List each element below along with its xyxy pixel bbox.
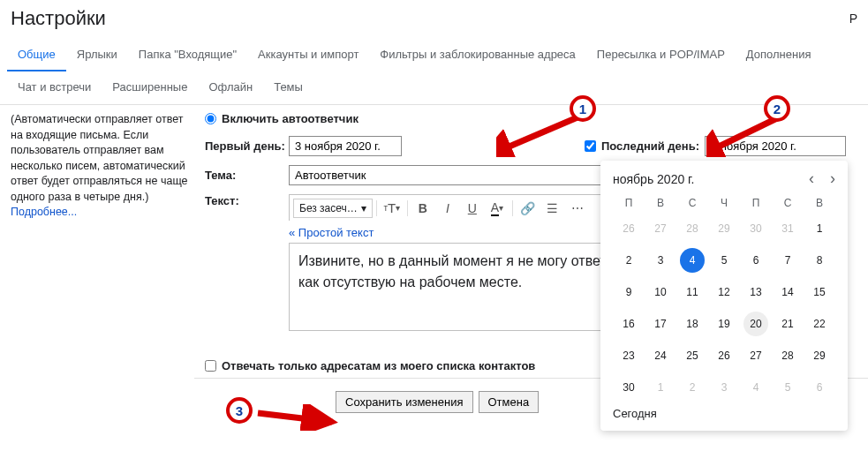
calendar-day[interactable]: 4: [680, 248, 705, 273]
tab-7[interactable]: Чат и встречи: [7, 71, 102, 104]
calendar-day[interactable]: 27: [743, 343, 768, 368]
annotation-arrow-3: [254, 404, 343, 431]
calendar-day[interactable]: 15: [807, 280, 832, 304]
calendar-today-button[interactable]: Сегодня: [613, 407, 835, 420]
annotation-badge-3: 3: [226, 397, 253, 424]
svg-line-1: [715, 117, 779, 148]
cancel-button[interactable]: Отмена: [479, 391, 540, 413]
tab-9[interactable]: Офлайн: [198, 71, 263, 104]
calendar-day[interactable]: 2: [616, 248, 641, 273]
calendar-dow: С: [772, 197, 804, 209]
calendar-day[interactable]: 3: [648, 248, 673, 273]
first-day-input[interactable]: [289, 136, 402, 156]
calendar-dow: Ч: [708, 197, 740, 209]
calendar-day[interactable]: 31: [775, 216, 800, 241]
calendar-day[interactable]: 10: [648, 280, 673, 304]
calendar-day[interactable]: 4: [743, 375, 768, 400]
tab-4[interactable]: Фильтры и заблокированные адреса: [369, 39, 585, 71]
save-button[interactable]: Сохранить изменения: [336, 391, 473, 413]
tab-2[interactable]: Папка "Входящие": [128, 39, 247, 71]
chevron-down-icon: ▾: [499, 203, 503, 213]
calendar-next-button[interactable]: ›: [830, 169, 835, 188]
header-right: P: [849, 11, 857, 26]
calendar-day[interactable]: 22: [807, 312, 832, 336]
tab-1[interactable]: Ярлыки: [66, 39, 128, 71]
font-size-button[interactable]: тT▾: [381, 198, 404, 219]
calendar-day[interactable]: 1: [648, 375, 673, 400]
section-description: (Автоматически отправляет ответ на входя…: [11, 112, 205, 413]
calendar-day[interactable]: 12: [712, 280, 736, 304]
calendar-day[interactable]: 18: [680, 312, 705, 336]
date-picker-popup: ноябрь 2020 г. ‹ › ПВСЧПСВ26272829303112…: [600, 161, 848, 431]
more-formatting-button[interactable]: ⋯: [566, 198, 589, 219]
underline-button[interactable]: U: [461, 198, 484, 219]
annotation-badge-1: 1: [570, 95, 596, 122]
contacts-only-checkbox[interactable]: [205, 360, 216, 372]
calendar-day[interactable]: 30: [616, 375, 641, 400]
svg-line-0: [505, 117, 577, 148]
ordered-list-button[interactable]: ☰: [541, 198, 564, 219]
calendar-day[interactable]: 25: [680, 343, 705, 368]
last-day-label: Последний день:: [601, 139, 699, 153]
subject-label: Тема:: [205, 169, 289, 182]
calendar-day[interactable]: 1: [807, 216, 832, 241]
calendar-day[interactable]: 3: [712, 375, 736, 400]
calendar-day[interactable]: 21: [775, 312, 800, 336]
body-label: Текст:: [205, 194, 289, 207]
calendar-prev-button[interactable]: ‹: [809, 169, 814, 188]
calendar-day[interactable]: 27: [648, 216, 673, 241]
calendar-dow: П: [740, 197, 772, 209]
font-family-select[interactable]: Без засеч…▾: [293, 199, 373, 218]
tab-0[interactable]: Общие: [7, 39, 66, 71]
calendar-day[interactable]: 28: [680, 216, 705, 241]
calendar-day[interactable]: 20: [743, 312, 768, 336]
calendar-day[interactable]: 26: [616, 216, 641, 241]
contacts-only-label: Отвечать только адресатам из моего списк…: [222, 359, 535, 372]
tab-10[interactable]: Темы: [263, 71, 313, 104]
calendar-day[interactable]: 14: [775, 280, 800, 304]
calendar-day[interactable]: 29: [712, 216, 736, 241]
calendar-day[interactable]: 16: [616, 312, 641, 336]
italic-button[interactable]: I: [436, 198, 459, 219]
calendar-day[interactable]: 30: [743, 216, 768, 241]
svg-line-2: [258, 413, 332, 422]
calendar-day[interactable]: 17: [648, 312, 673, 336]
enable-autoresponder-radio[interactable]: [205, 113, 216, 124]
plain-text-link[interactable]: « Простой текст: [289, 226, 374, 239]
learn-more-link[interactable]: Подробнее...: [11, 206, 77, 218]
annotation-arrow-1: [496, 113, 585, 157]
calendar-day[interactable]: 7: [775, 248, 800, 273]
calendar-day[interactable]: 28: [775, 343, 800, 368]
calendar-day[interactable]: 8: [807, 248, 832, 273]
calendar-day[interactable]: 23: [616, 343, 641, 368]
text-color-button[interactable]: A▾: [486, 198, 509, 219]
tab-6[interactable]: Дополнения: [736, 39, 822, 71]
link-button[interactable]: 🔗: [517, 198, 540, 219]
calendar-day[interactable]: 6: [743, 248, 768, 273]
enable-autoresponder-label: Включить автоответчик: [222, 112, 359, 125]
tab-5[interactable]: Пересылка и POP/IMAP: [586, 39, 736, 71]
calendar-day[interactable]: 5: [712, 248, 736, 273]
calendar-day[interactable]: 11: [680, 280, 705, 304]
page-title: Настройки: [11, 7, 106, 30]
chevron-down-icon: ▾: [396, 203, 400, 213]
calendar-day[interactable]: 24: [648, 343, 673, 368]
calendar-day[interactable]: 9: [616, 280, 641, 304]
chevron-down-icon: ▾: [361, 202, 366, 214]
calendar-day[interactable]: 19: [712, 312, 736, 336]
first-day-label: Первый день:: [205, 139, 289, 153]
annotation-badge-2: 2: [764, 95, 790, 122]
tab-8[interactable]: Расширенные: [102, 71, 198, 104]
calendar-month-title: ноябрь 2020 г.: [613, 172, 694, 186]
calendar-day[interactable]: 5: [775, 375, 800, 400]
tab-3[interactable]: Аккаунты и импорт: [247, 39, 369, 71]
calendar-day[interactable]: 6: [807, 375, 832, 400]
calendar-day[interactable]: 29: [807, 343, 832, 368]
bold-button[interactable]: B: [411, 198, 434, 219]
calendar-day[interactable]: 26: [712, 343, 736, 368]
last-day-checkbox[interactable]: [585, 140, 596, 152]
calendar-day[interactable]: 2: [680, 375, 705, 400]
calendar-dow: П: [613, 197, 645, 209]
settings-tabs: ОбщиеЯрлыкиПапка "Входящие"Аккаунты и им…: [0, 39, 868, 105]
calendar-day[interactable]: 13: [743, 280, 768, 304]
